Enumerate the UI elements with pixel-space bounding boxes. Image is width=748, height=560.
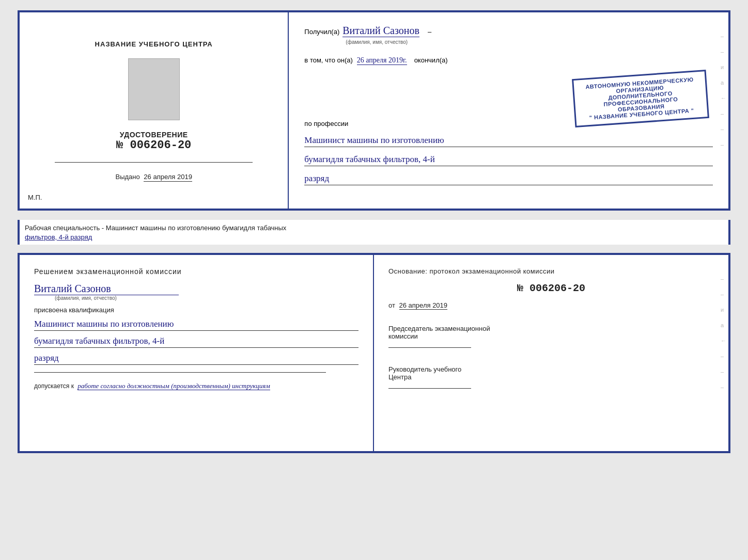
predsedatel-line2: комиссии — [388, 332, 714, 340]
profession-line1: Машинист машины по изготовлению — [304, 135, 713, 147]
profession-line3: разряд — [304, 173, 713, 185]
po-professii-label: по профессии — [304, 120, 348, 127]
predsedatel-block: Председатель экзаменационной комиссии — [388, 325, 714, 348]
dopusk-text: работе согласно должностным (производств… — [77, 382, 270, 390]
bottom-name: Виталий Сазонов — [34, 283, 179, 295]
vtomchto-row: в том, что он(а) 26 апреля 2019г. окончи… — [304, 56, 713, 65]
cert-right-panel: Получил(а) Виталий Сазонов – (фамилия, и… — [289, 12, 728, 209]
ot-date: 26 апреля 2019 — [399, 301, 448, 310]
photo-area — [128, 58, 180, 120]
bottom-name-block: Виталий Сазонов (фамилия, имя, отчество) — [34, 283, 359, 301]
recipient-name: Виталий Сазонов — [342, 25, 419, 37]
qualification-line2: бумагидля табачных фильтров, 4-й — [34, 336, 359, 348]
label-between-underline: фильтров, 4-й разряд — [25, 233, 92, 241]
osnovanie-label: Основание: протокол экзаменационной коми… — [388, 267, 714, 275]
rukovoditel-signature — [388, 388, 471, 389]
cert-date: 26 апреля 2019г. — [357, 56, 407, 65]
poluchil-row: Получил(а) Виталий Сазонов – — [304, 25, 713, 37]
qualification-line3: разряд — [34, 353, 359, 365]
bottom-right-panel: Основание: протокол экзаменационной коми… — [374, 255, 728, 451]
dopuskaetsya-row: допускается к работе согласно должностны… — [34, 382, 359, 390]
label-between-row: Рабочая специальность - Машинист машины … — [18, 220, 730, 245]
rukovoditel-line1: Руководитель учебного — [388, 365, 714, 373]
cert-left-panel: НАЗВАНИЕ УЧЕБНОГО ЦЕНТРА УДОСТОВЕРЕНИЕ №… — [20, 12, 289, 209]
vydano-date: 26 апреля 2019 — [144, 173, 192, 182]
bottom-number: № 006206-20 — [517, 282, 585, 294]
komissia-title: Решением экзаменационной комиссии — [34, 267, 359, 276]
stamp-box: АВТОНОМНУЮ НЕКОММЕРЧЕСКУЮ ОРГАНИЗАЦИЮ ДО… — [572, 70, 709, 127]
okonchil-label: окончил(а) — [414, 56, 448, 64]
ot-label: от — [388, 301, 395, 309]
bottom-number-block: № 006206-20 — [388, 282, 714, 294]
vydano-line: Выдано 26 апреля 2019 — [115, 173, 192, 181]
rukovoditel-block: Руководитель учебного Центра — [388, 365, 714, 389]
vydano-label: Выдано — [115, 173, 139, 181]
poluchil-label: Получил(а) — [304, 28, 339, 36]
prisvoena-text: присвоена квалификация — [34, 306, 359, 314]
dopuskaetsya-label: допускается к — [34, 382, 74, 390]
mp-label: М.П. — [28, 194, 42, 201]
bottom-left-panel: Решением экзаменационной комиссии Витали… — [20, 255, 374, 451]
udostoverenie-number: № 006206-20 — [116, 139, 191, 152]
top-certificate: НАЗВАНИЕ УЧЕБНОГО ЦЕНТРА УДОСТОВЕРЕНИЕ №… — [18, 10, 730, 211]
vtomchto-label: в том, что он(а) — [304, 56, 352, 64]
ot-date-row: от 26 апреля 2019 — [388, 301, 714, 309]
name-subtitle: (фамилия, имя, отчество) — [346, 39, 713, 45]
bottom-certificate: Решением экзаменационной комиссии Витали… — [18, 253, 730, 453]
school-name-header: НАЗВАНИЕ УЧЕБНОГО ЦЕНТРА — [95, 40, 213, 48]
label-between-text: Рабочая специальность - Машинист машины … — [25, 224, 286, 232]
predsedatel-line1: Председатель экзаменационной — [388, 325, 714, 332]
qualification-line1: Машинист машины по изготовлению — [34, 319, 359, 331]
profession-line2: бумагидля табачных фильтров, 4-й — [304, 154, 713, 166]
side-dashes: ––иа←––– — [721, 33, 726, 148]
rukovoditel-line2: Центра — [388, 373, 714, 381]
udostoverenie-title: УДОСТОВЕРЕНИЕ — [116, 131, 191, 139]
predsedatel-signature — [388, 347, 471, 348]
bottom-name-sub: (фамилия, имя, отчество) — [55, 295, 359, 301]
bottom-side-dashes: ––иа←––– — [721, 276, 726, 390]
